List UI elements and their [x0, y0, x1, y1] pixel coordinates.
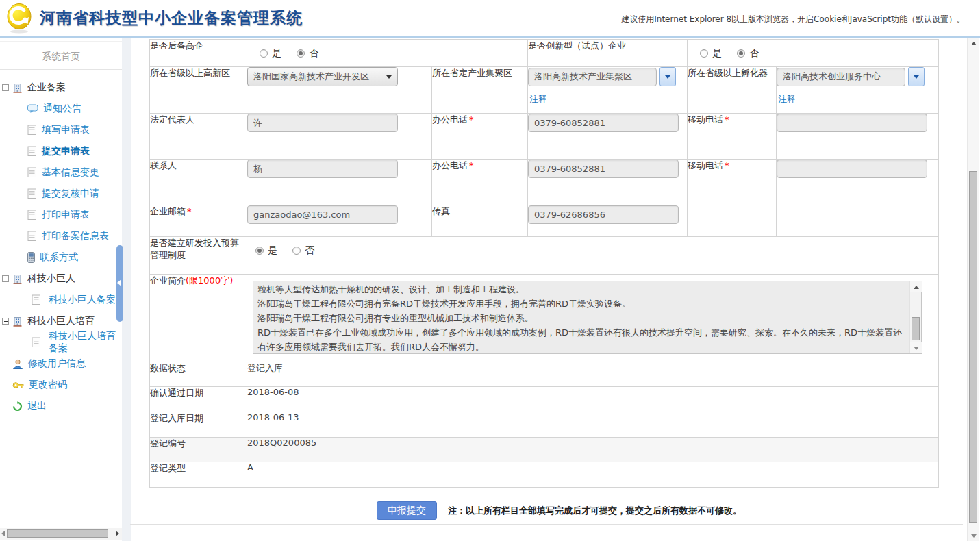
- scroll-down-icon[interactable]: [968, 530, 979, 541]
- scrollbar-thumb[interactable]: [969, 171, 977, 523]
- field-label: 数据状态: [150, 362, 247, 387]
- required-mark: *: [469, 160, 474, 171]
- sidebar-item-change-password[interactable]: 更改密码: [0, 375, 122, 395]
- field-label: 移动电话*: [688, 114, 777, 160]
- field-label: 办公电话*: [432, 160, 528, 205]
- sidebar-item-print-application[interactable]: 打印申请表: [0, 205, 122, 225]
- radio-no[interactable]: [737, 49, 745, 58]
- contact-person-input[interactable]: [247, 160, 398, 178]
- sidebar-item-label: 提交复核申请: [42, 188, 99, 200]
- sidebar-home[interactable]: 系统首页: [0, 41, 122, 70]
- company-email-input[interactable]: [247, 205, 398, 224]
- field-label: 法定代表人: [150, 114, 247, 160]
- office-phone-input[interactable]: [528, 114, 679, 132]
- required-mark: *: [725, 160, 729, 171]
- sidebar-group-enterprise-filing[interactable]: 企业备案: [0, 77, 122, 98]
- sidebar-item-submit-review[interactable]: 提交复核申请: [0, 184, 122, 204]
- field-label: 是否建立研发投入预算管理制度: [150, 237, 247, 275]
- collapse-minus-icon[interactable]: [2, 275, 9, 282]
- radio-no[interactable]: [297, 49, 305, 58]
- scroll-up-icon[interactable]: [910, 281, 922, 292]
- sidebar-item-edit-user-info[interactable]: 修改用户信息: [0, 353, 122, 374]
- bottom-divider: [130, 524, 963, 525]
- sidebar-item-label: 退出: [27, 400, 47, 412]
- document-icon: [27, 167, 37, 178]
- mobile-phone-input[interactable]: [777, 160, 927, 178]
- sidebar-item-fill-application[interactable]: 填写申请表: [0, 120, 122, 140]
- reserve-hightech-radio-group: 是 否: [247, 40, 527, 60]
- scroll-right-icon[interactable]: [116, 531, 119, 536]
- scrollbar-thumb[interactable]: [7, 529, 108, 538]
- radio-label: 否: [305, 244, 314, 257]
- sidebar-item-tech-giant-cultivation-filing[interactable]: 科技小巨人培育备案: [0, 332, 122, 353]
- industry-cluster-combo: 洛阳高新技术产业集聚区: [528, 67, 687, 86]
- page-scrollbar[interactable]: [967, 38, 979, 541]
- scroll-up-icon[interactable]: [968, 38, 979, 49]
- radio-yes[interactable]: [260, 49, 268, 58]
- sidebar-item-label: 打印备案信息表: [42, 230, 109, 242]
- office-phone-input[interactable]: [528, 160, 679, 178]
- sidebar-item-tech-giant-filing[interactable]: 科技小巨人备案: [0, 290, 122, 310]
- company-profile-textarea-frame: 粒机等大型传达加热干燥机的的研发、设计、加工制造和工程建设。 洛阳瑞岛干燥工程有…: [253, 281, 922, 354]
- scrollbar-thumb[interactable]: [912, 317, 920, 340]
- incubator-note-link[interactable]: 注释: [778, 93, 796, 105]
- radio-yes[interactable]: [255, 247, 264, 255]
- sidebar-item-label: 基本信息变更: [42, 166, 99, 179]
- sidebar-item-label: 通知公告: [43, 103, 81, 115]
- table-row: 确认通过日期 2018-06-08: [150, 387, 939, 412]
- submit-button[interactable]: 申报提交: [377, 501, 437, 520]
- cluster-note-link[interactable]: 注释: [529, 93, 547, 105]
- empty-cell: [688, 205, 777, 237]
- incubator-dropdown-button[interactable]: [908, 67, 925, 86]
- required-mark: *: [725, 114, 729, 125]
- radio-label: 是: [272, 47, 281, 60]
- industry-cluster-dropdown-button[interactable]: [659, 67, 676, 86]
- field-label: 企业邮箱*: [150, 205, 247, 237]
- fax-input[interactable]: [528, 205, 679, 224]
- radio-yes[interactable]: [700, 49, 708, 58]
- collapse-minus-icon[interactable]: [2, 84, 9, 91]
- mobile-phone-input[interactable]: [777, 114, 927, 132]
- radio-no[interactable]: [292, 247, 301, 255]
- scroll-left-icon[interactable]: [1, 531, 5, 536]
- table-row: 联系人 办公电话* 移动电话*: [150, 160, 939, 205]
- table-row: 登记编号 2018Q0200085: [150, 438, 939, 462]
- scroll-down-icon[interactable]: [910, 342, 922, 353]
- incubator-value[interactable]: 洛阳高技术创业服务中心: [777, 68, 905, 86]
- sidebar-group-tech-giant-cultivation[interactable]: 科技小巨人培育: [0, 311, 122, 331]
- sidebar-item-logout[interactable]: 退出: [0, 396, 122, 416]
- sidebar-item-label: 科技小巨人: [27, 273, 75, 285]
- sidebar-item-contact-info[interactable]: 联系方式: [0, 247, 122, 268]
- industry-cluster-value[interactable]: 洛阳高新技术产业集聚区: [528, 68, 657, 86]
- field-label: 联系人: [150, 160, 247, 205]
- legal-representative-input[interactable]: [247, 114, 398, 132]
- sidebar-item-print-filing-info[interactable]: 打印备案信息表: [0, 226, 122, 247]
- chevron-down-icon: [386, 75, 392, 79]
- table-row: 数据状态 登记入库: [150, 362, 939, 387]
- sidebar-item-label: 修改用户信息: [28, 357, 86, 370]
- sidebar-item-submit-application[interactable]: 提交申请表: [0, 141, 122, 162]
- sidebar-item-notices[interactable]: 通知公告: [0, 99, 122, 119]
- app-window: 河南省科技型中小企业备案管理系统 建议使用Internet Explorer 8…: [0, 0, 980, 541]
- document-icon: [27, 146, 37, 157]
- textarea-scrollbar[interactable]: [909, 281, 921, 353]
- company-profile-textarea[interactable]: 粒机等大型传达加热干燥机的的研发、设计、加工制造和工程建设。 洛阳瑞岛干燥工程有…: [253, 281, 909, 353]
- browser-recommendation: 建议使用Internet Explorer 8以上版本浏览器，开启Cookie和…: [621, 14, 965, 25]
- sidebar-item-basic-info-change[interactable]: 基本信息变更: [0, 162, 122, 183]
- sidebar-item-label: 科技小巨人培育备案: [49, 330, 122, 355]
- app-logo-icon: [5, 3, 34, 34]
- confirm-date-value: 2018-06-08: [247, 387, 939, 412]
- char-limit: (限1000字): [186, 275, 233, 286]
- person-icon: [12, 359, 23, 369]
- sidebar-item-label: 提交申请表: [42, 145, 90, 158]
- collapse-minus-icon[interactable]: [2, 318, 9, 325]
- sidebar-group-tech-giant[interactable]: 科技小巨人: [0, 268, 122, 289]
- table-row: 登记类型 A: [150, 462, 939, 488]
- submit-note: 注：以上所有栏目全部填写完成后才可提交，提交之后所有数据不可修改。: [448, 505, 742, 517]
- sidebar-collapse-handle[interactable]: [116, 245, 123, 322]
- hitech-zone-select[interactable]: 洛阳国家高新技术产业开发区: [247, 67, 398, 86]
- logout-refresh-icon: [12, 401, 23, 412]
- sidebar-item-label: 更改密码: [29, 379, 67, 391]
- field-label: 登记类型: [150, 462, 247, 488]
- sidebar-horizontal-scrollbar[interactable]: [0, 528, 122, 540]
